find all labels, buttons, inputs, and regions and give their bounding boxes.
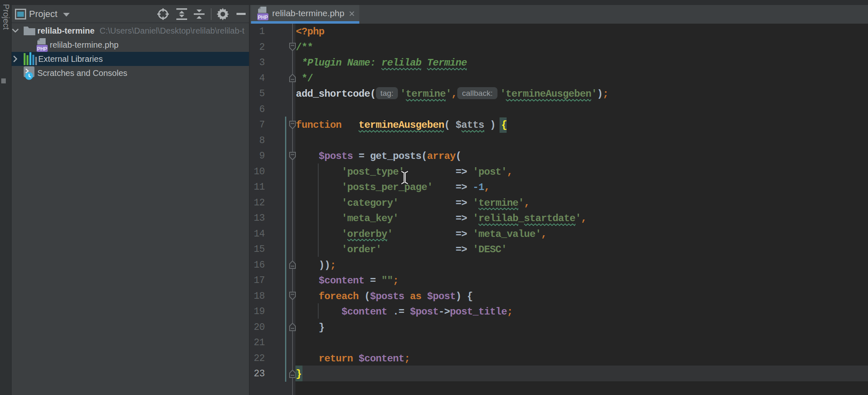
svg-text:PHP: PHP (258, 15, 268, 20)
svg-text:PHP: PHP (37, 46, 47, 52)
